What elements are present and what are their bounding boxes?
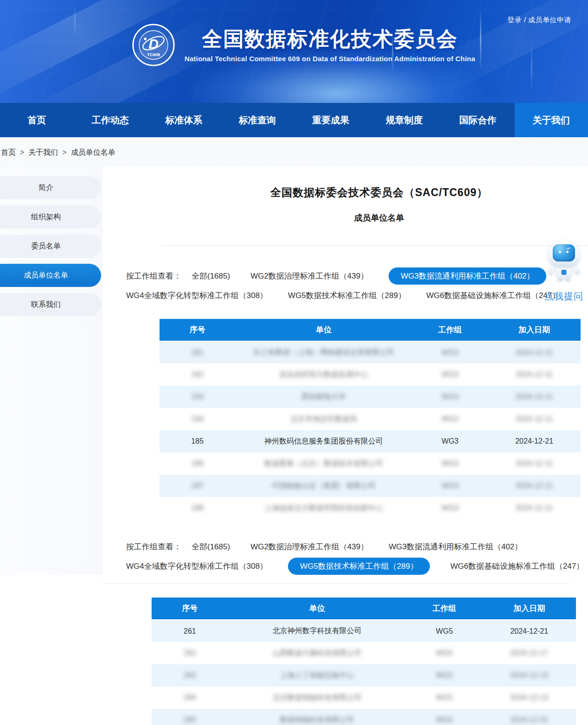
cell-value: 2024-12-13 xyxy=(510,671,548,680)
cell-value: 上海人工智能实验中心 xyxy=(280,671,354,680)
nav-item-5[interactable]: 重要成果 xyxy=(294,103,368,137)
filter-option-wg6[interactable]: WG6数据基础设施标准工作组（247） xyxy=(426,287,560,304)
member-row: 187中国检验认证（集团）有限公司WG32024-12-11 xyxy=(160,475,581,497)
page-subtitle: 成员单位名单 xyxy=(139,212,588,223)
sidebar-item-2[interactable]: 组织架构 xyxy=(0,205,101,229)
cell-value: 2024-12-11 xyxy=(516,393,553,401)
filter-option-wg3[interactable]: WG3数据流通利用标准工作组（402） xyxy=(389,539,522,555)
robot-face-screen xyxy=(553,244,575,261)
cell-value: WG3 xyxy=(441,459,458,468)
cell-value: 数据要素（北京）数据技术有限公司 xyxy=(264,459,383,469)
cell-value: 西安邮电大学 xyxy=(301,392,346,402)
member-row: 264北京数据智能科技有限公司WG52024-12-13 xyxy=(152,687,576,709)
cell-value: 187 xyxy=(191,482,204,490)
cell-value: 188 xyxy=(191,504,204,512)
member-section-wg3: 按工作组查看：全部(1685)WG2数据治理标准工作组（439）WG3数据流通利… xyxy=(102,267,588,519)
nav-item-6[interactable]: 规章制度 xyxy=(368,103,441,137)
breadcrumb-separator: > xyxy=(20,148,24,156)
filter-option-wg2[interactable]: WG2数据治理标准工作组（439） xyxy=(250,539,368,555)
cell-value: 264 xyxy=(184,693,196,702)
cell-value: WG3 xyxy=(441,482,458,490)
cell-value: 中国检验认证（集团）有限公司 xyxy=(272,481,376,491)
cell-value: 2024-12-11 xyxy=(516,349,553,357)
nav-item-1[interactable]: 首页 xyxy=(0,103,74,137)
sidebar-item-3[interactable]: 委员名单 xyxy=(0,235,101,258)
member-table-1: 序号单位工作组加入日期181长三角数据（上海）网络建设运营有限公司WG32024… xyxy=(160,319,581,519)
nav-item-7[interactable]: 国际合作 xyxy=(441,103,515,137)
sidebar-item-4[interactable]: 成员单位名单 xyxy=(0,264,101,287)
filter-label: 按工作组查看： xyxy=(126,271,181,281)
cell-value: 2024-12-11 xyxy=(516,504,553,512)
cell-value: 山西数据大脑科技有限公司 xyxy=(273,649,362,658)
main-content: 全国数据标委会技术委员会（SAC/TC609） 成员单位名单 按工作组查看：全部… xyxy=(102,167,588,725)
nav-item-8[interactable]: 关于我们 xyxy=(515,103,588,137)
cell-value: WG3 xyxy=(441,504,458,512)
robot-eye xyxy=(566,251,569,253)
cell-value: 2024-12-21 xyxy=(510,627,548,635)
cell-value: 2024-12-17 xyxy=(510,649,548,657)
breadcrumb: 首页>关于我们>成员单位名单 xyxy=(0,137,588,167)
member-table-2: 序号单位工作组加入日期261北京神州数字科技有限公司WG52024-12-212… xyxy=(152,598,576,725)
member-row: 263上海人工智能实验中心WG52024-12-13 xyxy=(152,664,576,687)
filter-option-wg6[interactable]: WG6数据基础设施标准工作组（247） xyxy=(450,558,584,574)
cell-value: 2024-12-21 xyxy=(515,437,553,445)
breadcrumb-item-2[interactable]: 关于我们 xyxy=(28,148,58,156)
nav-item-3[interactable]: 标准体系 xyxy=(147,103,221,137)
member-row: 186数据要素（北京）数据技术有限公司WG32024-12-11 xyxy=(160,452,581,475)
cell-value: 数据智能科技有限公司 xyxy=(280,715,354,725)
sidebar-item-5[interactable]: 联系我们 xyxy=(0,293,101,316)
col-header-3: 工作组 xyxy=(412,319,488,341)
cell-value: 2024-12-11 xyxy=(516,370,553,379)
ask-me-label[interactable]: 点我提问 xyxy=(541,290,587,303)
cell-value: 北京数据智能科技有限公司 xyxy=(273,693,362,703)
filter-option-wg5[interactable]: WG5数据技术标准工作组（289） xyxy=(288,558,430,575)
filter-option-wg4[interactable]: WG4全域数字化转型标准工作组（308） xyxy=(126,287,268,304)
cell-value: 261 xyxy=(184,627,196,635)
cell-value: 北京市海淀区数据局 xyxy=(290,414,357,424)
banner-streak-decor xyxy=(531,42,532,93)
cell-value: WG3 xyxy=(441,370,458,379)
member-section-wg5: 按工作组查看：全部(1685)WG2数据治理标准工作组（439）WG3数据流通利… xyxy=(102,538,588,725)
cell-value: 185 xyxy=(191,437,204,445)
login-member-apply-link[interactable]: 登录 / 成员单位申请 xyxy=(507,16,571,25)
filter-row-1: 按工作组查看：全部(1685)WG2数据治理标准工作组（439）WG3数据流通利… xyxy=(126,538,570,555)
cell-value: 184 xyxy=(191,415,204,423)
site-title: 全国数据标准化技术委员会 xyxy=(202,27,458,51)
robot-screen-glint xyxy=(567,248,570,250)
page-head: 全国数据标委会技术委员会（SAC/TC609） 成员单位名单 xyxy=(102,185,588,246)
filter-option-wg5[interactable]: WG5数据技术标准工作组（289） xyxy=(288,287,406,304)
sidebar-item-1[interactable]: 简介 xyxy=(0,176,101,199)
nav-item-4[interactable]: 标准查询 xyxy=(221,103,294,137)
cell-value: WG3 xyxy=(441,415,458,423)
cell-value: 2024-12-11 xyxy=(516,415,553,423)
filter-option-all[interactable]: 全部(1685) xyxy=(192,539,230,555)
cell-value: 农业农村部大数据发展中心 xyxy=(279,370,368,380)
site-banner: 登录 / 成员单位申请 D TC609 全国数据标准化技术委员会 Nationa… xyxy=(0,0,588,103)
filter-option-wg2[interactable]: WG2数据治理标准工作组（439） xyxy=(250,268,368,284)
robot-head xyxy=(548,240,580,266)
col-header-2: 单位 xyxy=(228,598,406,620)
robot-chest-badge xyxy=(562,270,567,275)
col-header-2: 单位 xyxy=(235,319,412,341)
robot-mascot-icon[interactable] xyxy=(547,240,581,283)
assistant-widget[interactable]: 点我提问 xyxy=(541,240,587,303)
cell-value: WG5 xyxy=(436,716,453,724)
cell-value: 2024-12-11 xyxy=(516,459,553,468)
robot-arm xyxy=(571,264,580,276)
filter-option-wg4[interactable]: WG4全域数字化转型标准工作组（308） xyxy=(126,558,268,574)
col-header-1: 序号 xyxy=(160,319,235,341)
filter-option-all[interactable]: 全部(1685) xyxy=(192,268,230,284)
cell-value: WG5 xyxy=(436,693,453,702)
robot-body xyxy=(556,265,572,279)
member-row: 185神州数码信息服务集团股份有限公司WG32024-12-21 xyxy=(160,430,581,452)
nav-item-2[interactable]: 工作动态 xyxy=(74,103,147,137)
breadcrumb-item-3[interactable]: 成员单位名单 xyxy=(71,148,115,156)
filter-row-2: WG4全域数字化转型标准工作组（308）WG5数据技术标准工作组（289）WG6… xyxy=(126,286,588,304)
cell-value: 北京神州数字科技有限公司 xyxy=(273,627,362,635)
breadcrumb-item-1[interactable]: 首页 xyxy=(1,148,16,156)
cell-value: 2024-12-21 xyxy=(510,716,548,724)
cell-value: 262 xyxy=(184,649,196,657)
main-nav: 首页工作动态标准体系标准查询重要成果规章制度国际合作关于我们 xyxy=(0,103,588,137)
filter-option-wg3[interactable]: WG3数据流通利用标准工作组（402） xyxy=(389,267,546,285)
cell-value: 神州数码信息服务集团股份有限公司 xyxy=(264,437,383,445)
